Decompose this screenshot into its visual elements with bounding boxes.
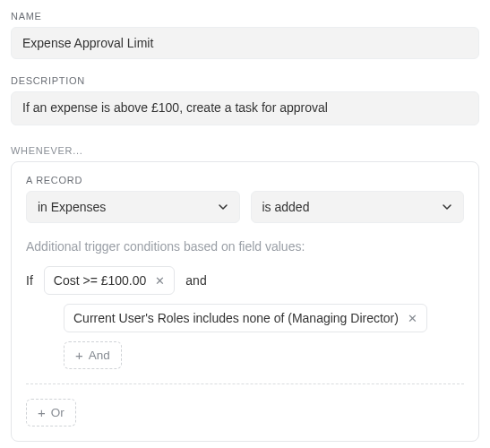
divider	[26, 383, 464, 384]
trigger-card: A RECORD in Expenses is added Additional…	[11, 161, 479, 442]
add-and-label: And	[89, 349, 110, 362]
add-or-label: Or	[51, 406, 64, 419]
chevron-down-icon	[442, 202, 452, 212]
name-label: NAME	[11, 11, 479, 22]
condition-chip-text: Current User's Roles includes none of (M…	[73, 311, 399, 325]
plus-icon: +	[38, 406, 46, 419]
collection-select[interactable]: in Expenses	[26, 191, 240, 223]
condition-chip-text: Cost >= £100.00	[54, 273, 147, 288]
name-input[interactable]	[11, 27, 479, 59]
description-label: DESCRIPTION	[11, 75, 479, 86]
and-text: and	[185, 273, 206, 288]
plus-icon: +	[75, 349, 83, 362]
add-or-button[interactable]: + Or	[26, 399, 76, 426]
condition-chip[interactable]: Cost >= £100.00 ✕	[44, 266, 176, 295]
conditions-sub-text: Additional trigger conditions based on f…	[26, 239, 464, 254]
add-and-button[interactable]: + And	[64, 341, 122, 369]
chevron-down-icon	[218, 202, 228, 212]
whenever-label: WHENEVER...	[11, 145, 479, 156]
event-select[interactable]: is added	[251, 191, 465, 223]
collection-select-value: in Expenses	[38, 200, 106, 214]
a-record-label: A RECORD	[26, 175, 464, 185]
close-icon[interactable]: ✕	[155, 275, 165, 287]
close-icon[interactable]: ✕	[408, 313, 417, 324]
if-text: If	[26, 273, 33, 288]
event-select-value: is added	[262, 200, 310, 214]
description-textarea[interactable]	[11, 91, 479, 125]
condition-chip[interactable]: Current User's Roles includes none of (M…	[64, 304, 427, 332]
